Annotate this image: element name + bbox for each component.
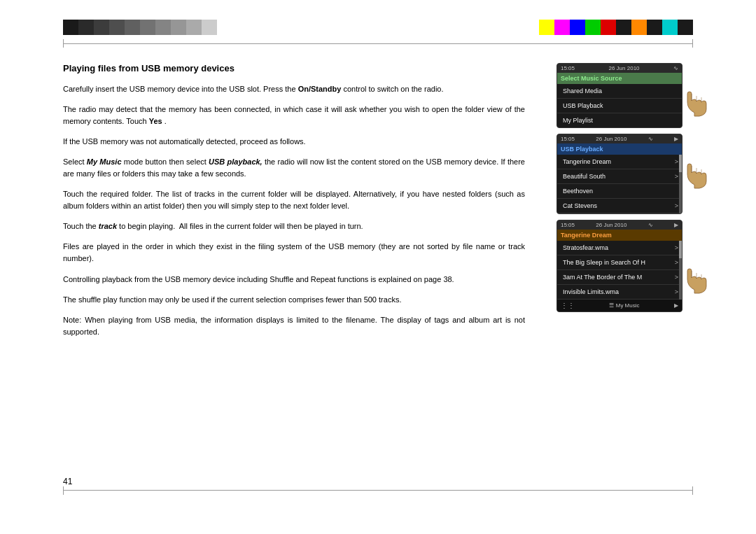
screen3: 15:05 26 Jun 2010 ∿ ▶ Tangerine Dream St… xyxy=(556,220,682,312)
screen3-header: 15:05 26 Jun 2010 ∿ ▶ xyxy=(557,220,682,230)
paragraph-9: The shuffle play function may only be us… xyxy=(63,294,525,306)
screen3-title: Tangerine Dream xyxy=(557,230,682,241)
screen2-list: Tangerine Dream > Beautiful South > Beet… xyxy=(557,155,682,213)
color-block xyxy=(585,20,601,35)
screen1-title: Select Music Source xyxy=(557,73,682,84)
arrow-icon: > xyxy=(675,244,678,251)
color-block xyxy=(109,20,125,35)
color-block xyxy=(78,20,94,35)
color-block xyxy=(678,20,693,35)
color-bar-left xyxy=(63,20,217,35)
arrow-icon: > xyxy=(675,259,678,266)
screen2: 15:05 26 Jun 2010 ∿ ▶ USB Playback Tange… xyxy=(556,134,682,214)
paragraph-5: Touch the required folder. The list of t… xyxy=(63,188,525,212)
color-block xyxy=(631,20,647,35)
screen2-title: USB Playback xyxy=(557,143,682,155)
color-block xyxy=(94,20,109,35)
section-title: Playing files from USB memory devices xyxy=(63,63,525,73)
screen3-item-4[interactable]: Invisible Limits.wma > xyxy=(557,285,682,300)
tick-mark xyxy=(63,486,64,495)
paragraph-6: Touch the track to begin playing. All fi… xyxy=(63,220,525,232)
screen3-item-4-label: Invisible Limits.wma xyxy=(563,288,619,295)
screen3-bottom-label: ☰ My Music xyxy=(609,302,639,309)
vol-icon-2: ▶ xyxy=(674,136,678,142)
main-content: Playing files from USB memory devices Ca… xyxy=(63,56,693,478)
speaker-icon: ▶ xyxy=(674,302,678,309)
screen3-item-3-label: 3am At The Border of The M xyxy=(563,274,642,281)
tick-mark xyxy=(63,39,64,48)
wifi-icon: ∿ xyxy=(673,65,678,71)
screen3-item-1-label: Stratosfear.wma xyxy=(563,244,608,251)
color-bar-right xyxy=(539,20,693,35)
screen3-item-2[interactable]: The Big Sleep in Search Of H > xyxy=(557,255,682,270)
color-block xyxy=(647,20,662,35)
color-block xyxy=(155,20,171,35)
paragraph-4: Select My Music mode button then select … xyxy=(63,156,525,180)
paragraph-2: The radio may detect that the memory has… xyxy=(63,104,525,127)
screen2-item-4-label: Cat Stevens xyxy=(563,202,597,209)
screen1-item-1[interactable]: Shared Media xyxy=(557,84,682,99)
vol-icon-3: ▶ xyxy=(674,222,678,228)
paragraph-8: Controlling playback from the USB memory… xyxy=(63,274,525,286)
paragraph-10: Note: When playing from USB media, the i… xyxy=(63,314,525,338)
screen1-time: 15:05 xyxy=(561,65,575,71)
screen3-item-2-label: The Big Sleep in Search Of H xyxy=(563,259,645,266)
color-block xyxy=(202,20,217,35)
arrow-icon: > xyxy=(675,158,678,165)
screen2-date: 26 Jun 2010 xyxy=(596,136,626,142)
color-block xyxy=(171,20,186,35)
screen1: 15:05 26 Jun 2010 ∿ Select Music Source … xyxy=(556,63,682,128)
screen3-item-1[interactable]: Stratosfear.wma > xyxy=(557,241,682,255)
screen3-list: Stratosfear.wma > The Big Sleep in Searc… xyxy=(557,241,682,300)
screen1-item-3-label: My Playlist xyxy=(563,117,593,124)
screen1-container: 15:05 26 Jun 2010 ∿ Select Music Source … xyxy=(556,63,693,128)
wifi-icon-2: ∿ xyxy=(648,136,653,142)
arrow-icon: > xyxy=(675,274,678,281)
screen1-item-1-label: Shared Media xyxy=(563,87,602,94)
screen1-item-2-label: USB Playback xyxy=(563,102,603,109)
color-block xyxy=(570,20,585,35)
hand-pointer-1 xyxy=(680,85,708,122)
top-rule xyxy=(63,43,693,44)
grid-icon: ⋮⋮ xyxy=(561,302,575,309)
color-block xyxy=(539,20,554,35)
text-column: Playing files from USB memory devices Ca… xyxy=(63,56,525,478)
screen2-item-1[interactable]: Tangerine Dream > xyxy=(557,155,682,169)
hand-pointer-2 xyxy=(680,157,708,195)
color-block xyxy=(125,20,140,35)
arrow-icon: > xyxy=(675,202,678,209)
color-block xyxy=(63,20,78,35)
screen3-date: 26 Jun 2010 xyxy=(596,222,626,228)
tick-mark xyxy=(692,486,693,495)
screen3-item-3[interactable]: 3am At The Border of The M > xyxy=(557,270,682,285)
color-block xyxy=(186,20,202,35)
screen2-time: 15:05 xyxy=(561,136,575,142)
hand-pointer-3 xyxy=(680,262,708,300)
screen2-item-3-label: Beethoven xyxy=(563,188,593,195)
page-number: 41 xyxy=(63,477,72,486)
screen2-container: 15:05 26 Jun 2010 ∿ ▶ USB Playback Tange… xyxy=(556,134,693,214)
bottom-rule xyxy=(63,490,693,491)
screen3-container: 15:05 26 Jun 2010 ∿ ▶ Tangerine Dream St… xyxy=(556,220,693,312)
screen2-item-4[interactable]: Cat Stevens > xyxy=(557,199,682,213)
screen1-item-3[interactable]: My Playlist xyxy=(557,113,682,127)
arrow-icon: > xyxy=(675,173,678,180)
paragraph-3: If the USB memory was not automatically … xyxy=(63,136,525,148)
screen2-header: 15:05 26 Jun 2010 ∿ ▶ xyxy=(557,134,682,143)
paragraph-1: Carefully insert the USB memory device i… xyxy=(63,83,525,95)
tick-mark xyxy=(692,39,693,48)
color-block xyxy=(554,20,570,35)
wifi-icon-3: ∿ xyxy=(648,222,653,228)
color-block xyxy=(662,20,678,35)
paragraph-7: Files are played in the order in which t… xyxy=(63,241,525,265)
color-block xyxy=(140,20,155,35)
screen3-bottom-bar: ⋮⋮ ☰ My Music ▶ xyxy=(557,300,682,311)
screen2-item-3[interactable]: Beethoven xyxy=(557,184,682,199)
screen3-time: 15:05 xyxy=(561,222,575,228)
screen1-date: 26 Jun 2010 xyxy=(608,65,639,71)
scrollbar-thumb-3 xyxy=(679,241,682,258)
screen1-item-2[interactable]: USB Playback xyxy=(557,99,682,113)
arrow-icon: > xyxy=(675,288,678,295)
screenshots-column: 15:05 26 Jun 2010 ∿ Select Music Source … xyxy=(546,56,693,478)
screen2-item-2[interactable]: Beautiful South > xyxy=(557,169,682,184)
